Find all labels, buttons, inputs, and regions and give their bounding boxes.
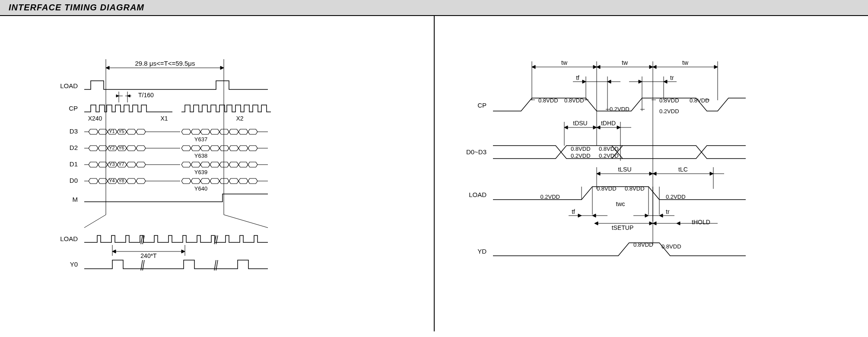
- svg-text:tLC: tLC: [678, 166, 688, 173]
- label-d0: D0: [70, 177, 78, 184]
- svg-text:tf: tf: [572, 208, 575, 215]
- wave-cp: [84, 105, 271, 112]
- svg-text:twc: twc: [616, 200, 625, 207]
- svg-text:Y5: Y5: [118, 129, 124, 134]
- wave-m: [84, 194, 268, 202]
- col-cur: X1: [160, 115, 168, 122]
- svg-text:0.2VDD: 0.2VDD: [659, 108, 679, 114]
- svg-text:0.2VDD: 0.2VDD: [599, 153, 619, 159]
- svg-line-20: [224, 215, 268, 228]
- period-spec: 29.8 μs<=T<=59.5μs: [135, 60, 195, 67]
- label-load-r: LOAD: [469, 191, 486, 198]
- svg-text:Y640: Y640: [194, 185, 207, 192]
- svg-text:0.2VDD: 0.2VDD: [571, 153, 591, 159]
- wave-yd-r: [493, 243, 746, 256]
- svg-text:0.8VDD: 0.8VDD: [564, 97, 584, 104]
- label-load: LOAD: [60, 82, 78, 89]
- wave-load-top: [84, 81, 268, 89]
- svg-text:0.2VDD: 0.2VDD: [666, 194, 686, 200]
- svg-text:tw: tw: [561, 59, 568, 66]
- section-title: INTERFACE TIMING DIAGRAM: [0, 0, 868, 16]
- frame-period: 240*T: [140, 252, 157, 259]
- svg-text:0.8VDD: 0.8VDD: [659, 97, 679, 104]
- svg-text:0.8VDD: 0.8VDD: [625, 185, 645, 192]
- svg-text:tw: tw: [622, 59, 628, 66]
- svg-text:Y2: Y2: [109, 145, 114, 150]
- svg-text:0.2VDD: 0.2VDD: [610, 106, 630, 112]
- label-load2: LOAD: [60, 235, 78, 242]
- svg-text:Y8: Y8: [118, 178, 124, 183]
- label-yd-r: YD: [477, 248, 486, 255]
- svg-text:tw: tw: [682, 59, 689, 66]
- diagram-content: LOAD CP D3 D2 D1 D0 M LOAD Y0 29.8 μs<=T…: [0, 16, 868, 331]
- col-next: X2: [236, 115, 243, 122]
- svg-text:tDSU: tDSU: [573, 120, 587, 127]
- label-cp-r: CP: [477, 102, 486, 109]
- svg-text:0.8VDD: 0.8VDD: [599, 146, 619, 152]
- label-m: M: [73, 196, 78, 203]
- right-timing-svg: CP D0~D3 LOAD YD tw tw tw: [435, 16, 868, 331]
- svg-text:0.8VDD: 0.8VDD: [571, 146, 591, 152]
- svg-text:tHOLD: tHOLD: [692, 219, 710, 226]
- svg-text:tSETUP: tSETUP: [612, 224, 634, 231]
- svg-text:tr: tr: [670, 74, 674, 81]
- label-d1: D1: [70, 160, 78, 168]
- svg-text:Y1: Y1: [109, 129, 114, 134]
- svg-line-19: [84, 215, 106, 228]
- svg-text:tLSU: tLSU: [618, 166, 631, 173]
- label-d2: D2: [70, 144, 78, 151]
- right-timing-panel: CP D0~D3 LOAD YD tw tw tw: [435, 16, 868, 331]
- left-timing-panel: LOAD CP D3 D2 D1 D0 M LOAD Y0 29.8 μs<=T…: [0, 16, 435, 331]
- wave-data-r: [493, 146, 746, 159]
- svg-text:Y6: Y6: [118, 145, 124, 150]
- svg-text:Y4: Y4: [109, 178, 114, 183]
- col-prev: X240: [88, 115, 102, 122]
- clock-div: T/160: [138, 92, 154, 99]
- svg-text:0.8VDD: 0.8VDD: [690, 97, 709, 104]
- label-d3: D3: [70, 127, 78, 135]
- wave-y0: [84, 260, 268, 270]
- svg-text:0.8VDD: 0.8VDD: [597, 185, 617, 192]
- svg-text:0.8VDD: 0.8VDD: [633, 242, 653, 248]
- svg-text:tr: tr: [666, 208, 670, 215]
- svg-text:0.8VDD: 0.8VDD: [661, 243, 681, 250]
- svg-text:Y639: Y639: [194, 169, 207, 175]
- wave-data-lanes: [84, 129, 268, 184]
- svg-text:0.8VDD: 0.8VDD: [538, 97, 558, 104]
- label-data-r: D0~D3: [466, 148, 486, 156]
- svg-text:Y637: Y637: [194, 136, 207, 143]
- svg-text:Y7: Y7: [118, 162, 124, 167]
- wave-load-bottom: [84, 235, 268, 244]
- svg-text:Y638: Y638: [194, 153, 207, 159]
- label-y0: Y0: [70, 261, 78, 268]
- left-timing-svg: LOAD CP D3 D2 D1 D0 M LOAD Y0 29.8 μs<=T…: [0, 16, 434, 331]
- svg-text:Y3: Y3: [109, 162, 114, 167]
- wave-load-r: [493, 187, 746, 200]
- svg-text:0.2VDD: 0.2VDD: [540, 194, 560, 200]
- svg-text:tf: tf: [576, 74, 579, 81]
- label-cp: CP: [69, 105, 78, 112]
- svg-text:tDHD: tDHD: [601, 120, 616, 127]
